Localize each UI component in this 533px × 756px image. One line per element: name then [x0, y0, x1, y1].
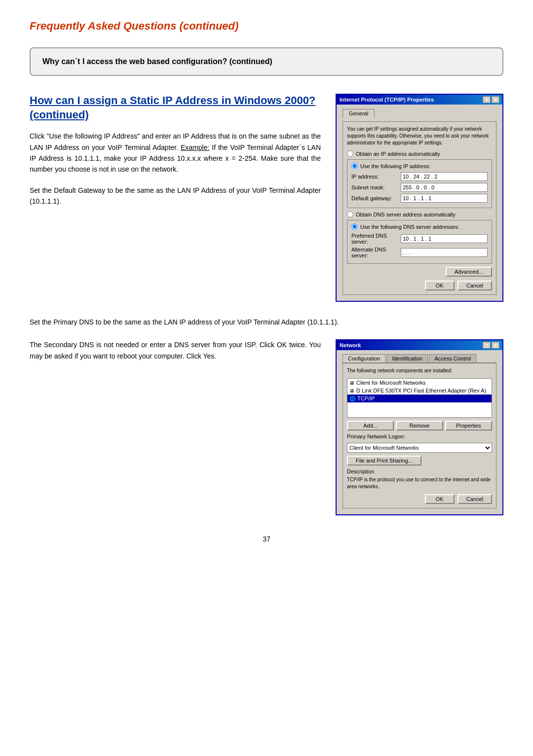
tcp-subnet-input[interactable] [401, 183, 488, 192]
network-file-share-button[interactable]: File and Print Sharing... [347, 456, 421, 466]
tcp-gateway-row: Default gateway: [351, 194, 488, 203]
tcp-radio-use[interactable]: Use the following IP address: [351, 163, 488, 169]
tcp-tab-general[interactable]: General [343, 109, 375, 118]
tcp-alternate-row: Alternate DNS server: [351, 247, 488, 258]
tcp-dns-group: Use the following DNS server addresses: … [347, 220, 492, 264]
network-add-button[interactable]: Add... [347, 421, 394, 431]
network-tab-id[interactable]: Identification [386, 354, 428, 362]
network-icon-1: 🖥 [349, 388, 354, 394]
network-list-item-1[interactable]: 🖥 D Link DFE 530TX PCI Fast Ethernet Ada… [347, 387, 492, 395]
network-three-btn-row: Add... Remove Properties [347, 421, 492, 431]
paragraph-3: Set the Primary DNS to be the same as th… [30, 317, 503, 327]
network-remove-button[interactable]: Remove [396, 421, 443, 431]
network-properties-button[interactable]: Properties [445, 421, 492, 431]
tcp-body: General You can get IP settings assigned… [337, 105, 502, 301]
paragraph-2: Set the Default Gateway to be the same a… [30, 185, 321, 207]
top-content-block: How can I assign a Static IP Address in … [30, 94, 503, 302]
tcp-close-btn[interactable]: ✕ [492, 96, 499, 103]
section-banner-text: Why can´t I access the web based configu… [42, 57, 272, 66]
section-banner: Why can´t I access the web based configu… [30, 47, 503, 76]
network-logon-label: Primary Network Logon: [347, 433, 405, 439]
tcp-subnet-row: Subnet mask: [351, 183, 488, 192]
tcp-help-btn[interactable]: ? [483, 96, 491, 103]
tcp-advanced-button[interactable]: Advanced... [446, 267, 492, 277]
network-ok-cancel-row: OK Cancel [347, 494, 492, 504]
network-logon-select[interactable]: Client for Microsoft Networks [347, 443, 492, 453]
paragraph-1: Click "Use the following IP Address" and… [30, 131, 321, 175]
network-logon-row: Primary Network Logon: [347, 433, 492, 441]
tcp-title-bar: Internet Protocol (TCP/IP) Properties ? … [337, 95, 502, 105]
tcp-tabs: General [343, 108, 496, 117]
network-title-text: Network [340, 342, 361, 348]
page-number: 37 [30, 535, 503, 543]
tcp-preferred-row: Preferred DNS server: [351, 233, 488, 245]
tcp-preferred-input[interactable] [401, 234, 488, 243]
network-logon-select-row: Client for Microsoft Networks [347, 443, 492, 453]
network-list-label-0: Client for Microsoft Networks [356, 380, 426, 386]
tcp-tab-content: You can get IP settings assigned automat… [343, 121, 496, 295]
tcp-ok-cancel-row: OK Cancel [347, 281, 492, 290]
tcp-radio-use-group: Use the following IP address: IP address… [347, 159, 492, 208]
tcp-radio-dns-auto-label: Obtain DNS server address automatically [356, 212, 456, 217]
tcp-cancel-button[interactable]: Cancel [457, 281, 492, 290]
network-help-btn[interactable]: ? [483, 342, 491, 349]
tcp-title-controls: ? ✕ [483, 96, 499, 103]
network-title-bar: Network ? ✕ [337, 340, 502, 350]
left-column: How can I assign a Static IP Address in … [30, 94, 321, 217]
tcp-radio-dns-auto[interactable]: Obtain DNS server address automatically [347, 211, 492, 217]
tcp-gateway-label: Default gateway: [351, 195, 401, 201]
bottom-left-column: The Secondary DNS is not needed or enter… [30, 339, 321, 371]
network-description-section: Description TCP/IP is the protocol you u… [347, 468, 492, 490]
tcp-info-text: You can get IP settings assigned automat… [347, 126, 492, 146]
network-tab-access[interactable]: Access Control [429, 354, 476, 362]
network-ok-button[interactable]: OK [425, 494, 455, 504]
network-list-item-2[interactable]: 🌐 TCP/IP [347, 395, 492, 402]
network-tab-content: The following network components are ins… [343, 363, 496, 508]
network-list-item-0[interactable]: 🖥 Client for Microsoft Networks [347, 379, 492, 387]
tcp-radio-dns-use-label: Use the following DNS server addresses: [360, 224, 459, 230]
tcp-ip-row: IP address: [351, 172, 488, 181]
network-description-label: Description [347, 468, 374, 474]
network-listbox[interactable]: 🖥 Client for Microsoft Networks 🖥 D Link… [347, 378, 492, 418]
tcp-alternate-label: Alternate DNS server: [351, 247, 401, 258]
network-body: Configuration Identification Access Cont… [337, 350, 502, 514]
network-tabs-bar: Configuration Identification Access Cont… [343, 354, 496, 363]
network-description-text: TCP/IP is the protocol you use to connec… [347, 476, 492, 490]
network-icon-2: 🌐 [349, 396, 355, 401]
page-header: Frequently Asked Questions (continued) [30, 20, 503, 33]
section-title[interactable]: How can I assign a Static IP Address in … [30, 94, 321, 122]
network-cancel-button[interactable]: Cancel [457, 494, 492, 504]
tcp-dialog: Internet Protocol (TCP/IP) Properties ? … [336, 94, 503, 302]
network-info-text: The following network components are ins… [347, 367, 492, 374]
tcp-preferred-label: Preferred DNS server: [351, 233, 401, 245]
tcp-title-text: Internet Protocol (TCP/IP) Properties [340, 97, 434, 103]
network-dialog: Network ? ✕ Configuration Identification… [336, 339, 503, 515]
network-tab-config[interactable]: Configuration [343, 354, 385, 362]
network-list-label-2: TCP/IP [357, 396, 375, 401]
network-file-share-row: File and Print Sharing... [347, 456, 492, 466]
right-column-tcp: Internet Protocol (TCP/IP) Properties ? … [336, 94, 503, 302]
tcp-advanced-row: Advanced... [347, 267, 492, 277]
network-close-btn[interactable]: ✕ [492, 342, 499, 349]
tcp-ip-label: IP address: [351, 174, 401, 180]
network-icon-0: 🖥 [349, 380, 354, 386]
tcp-radio-auto-label: Obtain an IP address automatically [356, 151, 440, 157]
bottom-right-column: Network ? ✕ Configuration Identification… [336, 339, 503, 515]
tcp-radio-dns-use[interactable]: Use the following DNS server addresses: [351, 223, 488, 230]
tcp-ok-button[interactable]: OK [425, 281, 455, 290]
tcp-alternate-input[interactable] [401, 248, 488, 257]
bottom-content-block: The Secondary DNS is not needed or enter… [30, 339, 503, 515]
tcp-gateway-input[interactable] [401, 194, 488, 203]
tcp-subnet-label: Subnet mask: [351, 184, 401, 190]
tcp-ip-input[interactable] [401, 172, 488, 181]
tcp-radio-use-label: Use the following IP address: [360, 163, 430, 169]
tcp-radio-auto[interactable]: Obtain an IP address automatically [347, 150, 492, 157]
paragraph-4: The Secondary DNS is not needed or enter… [30, 339, 321, 361]
network-title-controls: ? ✕ [483, 342, 499, 349]
network-list-label-1: D Link DFE 530TX PCI Fast Ethernet Adapt… [356, 388, 486, 394]
